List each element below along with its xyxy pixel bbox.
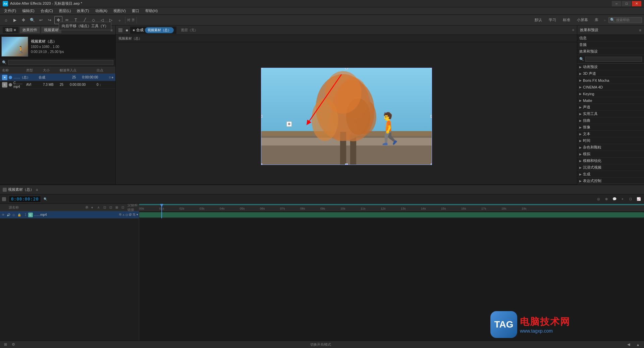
avi-type: AVI [26,83,43,86]
tl-graph-btn[interactable]: 📈 [635,196,642,202]
effect-group-keying[interactable]: ▶ Keying [577,91,644,97]
effect-group-boris[interactable]: ▶ Boris FX Mocha [577,77,644,84]
handle-top-right[interactable] [431,68,432,69]
project-row-comp[interactable]: ■ ……（总） 合成 25 0:00:00:00 0 ■ [0,74,115,81]
effect-group-distort[interactable]: ▶ 扭曲 [577,117,644,124]
tab-project[interactable]: 项目 ≡ [3,27,18,33]
effect-group-sim[interactable]: ▶ 模拟 [577,151,644,158]
tl-comment-btn[interactable]: 💬 [611,196,618,202]
effect-group-3d[interactable]: ▶ 3D 声道 [577,70,644,77]
tool-zoom[interactable]: 🔍 [28,16,36,24]
effect-group-label: 杂色和颗粒 [583,145,601,150]
tool-undo[interactable]: ↪ [46,16,54,24]
effect-group-text[interactable]: ▶ 文本 [577,131,644,137]
effect-group-blur[interactable]: ▶ 模糊和锐化 [577,158,644,164]
audio-section[interactable]: 音频 [577,42,644,48]
effect-group-matte[interactable]: ▶ Matte [577,97,644,104]
breadcrumb-label: 视频素材（总） [118,36,142,41]
layer-controls: 源名称 单 ♦ ∧ ⊡ ⊡ ⊠ ⊡ 父级和链接 👁 🔊 ◎ 🔒 1 C [0,204,139,348]
tab-composition[interactable]: ■ 合成 视频素材（总） [130,26,176,34]
ruler-tick-13: 13s [401,207,406,210]
effect-group-gen[interactable]: ▶ 生成 [577,171,644,178]
effect-group-noise[interactable]: ▶ 杂色和颗粒 [577,144,644,151]
expand-arrow: ▶ [579,173,582,176]
expand-arrow: ▶ [579,92,582,96]
tl-solo-btn[interactable]: ◎ [595,196,602,202]
status-expand-frame[interactable]: ▲ [635,341,641,348]
expand-arrow: ▶ [579,99,582,102]
layer-eye-btn[interactable]: 👁 [1,213,5,217]
effect-group-channel[interactable]: ▶ 声道 [577,104,644,111]
project-row-avi[interactable]: C C……mp4 AVI 7.3 MB 25 0:00:00:00 0： [0,81,115,89]
ruler-tick-03: 03s [200,207,205,210]
timeline-tab[interactable]: 视频素材（总） ≡ [3,187,38,192]
tool-hand[interactable]: ✥ [19,16,28,24]
handle-bottom-left[interactable] [261,164,262,165]
menu-file[interactable]: 文件(F) [1,8,19,14]
comp-square-icon [118,28,122,32]
tool-puppet[interactable]: ⬦ [115,16,123,24]
col-audio: ∧ [97,206,103,209]
search-help-box[interactable]: 🔍 搜索帮助 [608,17,642,23]
effect-group-immersive[interactable]: ▶ 沉浸式视频 [577,164,644,171]
effects-menu-btn[interactable]: ≡ [639,28,641,32]
handle-top-left[interactable] [261,68,262,69]
tl-motion-btn[interactable]: ⌖ [619,196,626,202]
menu-edit[interactable]: 编辑(E) [19,8,37,14]
effects-title: 效果和预设 [580,27,598,33]
layer-name-1: ……mp4 [34,213,119,217]
handle-top-center[interactable] [345,68,348,69]
status-settings-btn[interactable]: ⚙ [11,342,16,347]
menu-effects[interactable]: 效果(T) [74,8,92,14]
workspace-library[interactable]: 库 [592,17,601,23]
workspace-default[interactable]: 默认 [532,17,545,23]
layer-lock-btn[interactable]: 🔒 [17,213,21,217]
status-arrow-left[interactable]: ◀ [625,341,632,348]
effect-group-cinema4d[interactable]: ▶ CINEMA 4D [577,84,644,91]
composition-viewer[interactable]: 🚶 ⊕ [116,42,577,190]
info-section[interactable]: 信息 [577,35,644,42]
effects-presets-section[interactable]: 效果和预设 [577,48,644,55]
tool-select[interactable]: ▶ [11,16,19,24]
workspace-learn[interactable]: 学习 [546,17,559,23]
menu-view[interactable]: 视图(V) [111,8,128,14]
comp-tab-name-chip[interactable]: 视频素材（总） [145,27,174,33]
layer-row-1[interactable]: 👁 🔊 ◎ 🔒 1 C ……mp4 单 ∧ ⊡ @ 无 ▾ [0,211,139,219]
tool-home[interactable]: ⌂ [2,16,10,24]
menu-layer[interactable]: 图层(L) [56,8,73,14]
effect-group-time[interactable]: ▶ 时间 [577,137,644,144]
workspace-standard[interactable]: 标准 [560,17,573,23]
effect-group-utility[interactable]: ▶ 实用工具 [577,111,644,117]
tl-tab-menu[interactable]: ≡ [36,188,38,192]
effect-group-expr[interactable]: ▶ 表达式控制 [577,178,644,184]
menu-animation[interactable]: 动画(A) [93,8,110,14]
handle-bottom-right[interactable] [431,164,432,165]
effects-search-input[interactable] [585,57,642,62]
effect-group-keyer[interactable]: ▶ 抠像 [577,124,644,131]
tab-effects-controls[interactable]: 效果控件 [20,27,40,33]
effect-group-animation[interactable]: ▶ 动画预设 [577,64,644,70]
tool-rotate[interactable]: ↩ [37,16,45,24]
project-search-input[interactable] [8,60,113,65]
workspace-small[interactable]: 小屏幕 [574,17,591,23]
handle-mid-right[interactable] [431,115,432,118]
comp-render: 0 ■ [109,76,113,79]
comp-menu-btn[interactable]: ≡ [572,28,574,32]
menu-window[interactable]: 窗口 [129,8,142,14]
maximize-button[interactable]: □ [622,1,631,6]
minimize-button[interactable]: – [612,1,621,6]
menu-help[interactable]: 帮助(H) [143,8,160,14]
handle-bottom-center[interactable] [345,164,348,165]
tl-parent-btn[interactable]: ⊕ [603,196,610,202]
close-button[interactable]: ✕ [632,1,641,6]
col-3d: ⊡ [121,206,127,209]
handle-mid-left[interactable] [261,115,262,118]
ruler-tick-07: 07s [280,207,285,210]
layer-audio-btn[interactable]: 🔊 [6,213,11,217]
status-expand-btn[interactable]: ⊞ [3,342,8,347]
menu-compose[interactable]: 合成(C) [38,8,56,14]
tl-expressions-btn[interactable]: ⟨⟩ [627,196,634,202]
timeline-current-time[interactable]: 0:00:00:20 [9,196,41,202]
effects-search-icon: 🔍 [579,57,584,61]
layer-solo-btn[interactable]: ◎ [11,213,16,217]
